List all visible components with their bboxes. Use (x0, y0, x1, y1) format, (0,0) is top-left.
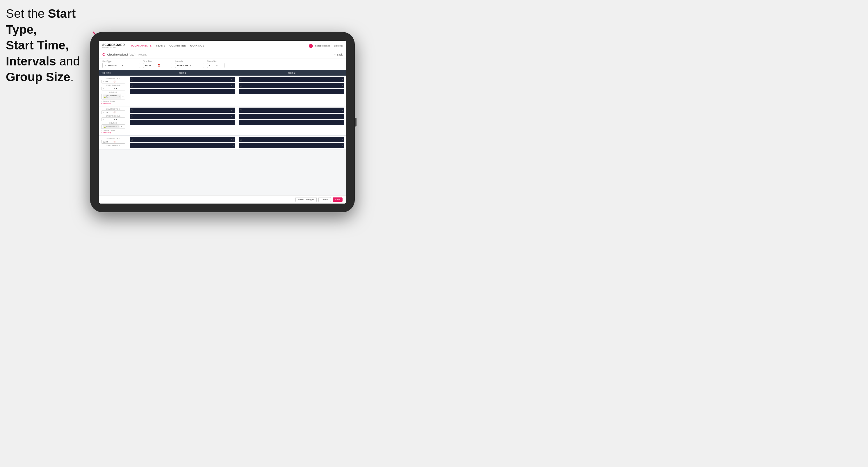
hole-chevron-2: ▲▼ (114, 118, 124, 120)
start-type-label: Start Type (102, 60, 140, 62)
course-remove-2[interactable]: × (118, 126, 119, 128)
nav-right: blair@clippd.io | Sign out (309, 44, 343, 48)
group-size-value: 3 (209, 64, 216, 67)
player-x-g2-1-1b[interactable]: ○ (233, 109, 234, 112)
starting-time-value-2: 10:10 (103, 112, 114, 114)
course-icon-1: ⛳ (103, 96, 105, 98)
player-row-g2-2-3 (239, 120, 344, 125)
nav-committee[interactable]: COMMITTEE (169, 43, 186, 48)
course-remove-1[interactable]: × (119, 96, 120, 98)
course-chevron-1: ▼ (122, 96, 124, 97)
player-x-2-1a[interactable]: × (342, 79, 343, 81)
logo: SCOREBOARD Powered by clipp (102, 43, 125, 48)
nav-tournaments[interactable]: TOURNAMENTS (130, 43, 152, 48)
start-time-input[interactable]: 10:00 ⏰ (143, 63, 172, 68)
remove-group-icon-1: ○ (101, 100, 102, 102)
settings-row: Start Type 1st Tee Start ▼ Start Time 10… (99, 58, 346, 70)
start-time-value: 10:00 (145, 64, 158, 67)
team2-col-2: × (237, 106, 346, 135)
tee-time-col-1: STARTING TIME: 10:00 ⏰ STARTING HOLE: 1 … (99, 75, 128, 106)
back-button[interactable]: < Back (334, 53, 343, 56)
player-row-g2-1-3 (130, 120, 235, 125)
player-actions-g2-1-2: × ○ (231, 116, 234, 118)
player-x-g3-1-2[interactable]: × (233, 145, 234, 147)
tee-time-col-2: STARTING TIME: 10:10 ⏰ STARTING HOLE: 1 … (99, 106, 128, 135)
course-icon-2: ⛳ (103, 126, 105, 128)
team1-col-3: × ○ × (128, 136, 237, 150)
nav-rankings[interactable]: RANKINGS (190, 43, 204, 48)
starting-time-label-2: STARTING TIME: (101, 108, 125, 110)
course-field-1[interactable]: ⛳ (A) Peachtree GC × ▼ (101, 94, 125, 99)
player-row-1-2: × ○ (130, 83, 235, 88)
team1-col-2: × ○ × ○ (128, 106, 237, 135)
course-name-2: East Lake GC (106, 126, 117, 128)
time-icon-1: ⏰ (114, 81, 124, 83)
player-actions-2-2: × (342, 85, 343, 87)
annotation-text: Set the Start Type, Start Time, Interval… (6, 6, 87, 85)
col-team2: Team 2 (237, 70, 346, 75)
start-type-group: Start Type 1st Tee Start ▼ (102, 60, 140, 68)
nav-teams[interactable]: TEAMS (156, 43, 165, 48)
starting-hole-field-2[interactable]: 1 ▲▼ (101, 118, 125, 121)
course-label-2: COURSE: (101, 122, 125, 124)
player-x-g2-1-1a[interactable]: × (231, 109, 232, 112)
start-type-input[interactable]: 1st Tee Start ▼ (102, 63, 140, 68)
player-x-2-2a[interactable]: × (342, 85, 343, 87)
group-row-3: STARTING TIME: 10:20 ⏰ STARTING HOLE: × … (99, 136, 346, 150)
nav-bar: SCOREBOARD Powered by clipp TOURNAMENTS … (99, 41, 346, 51)
tournament-name: Clippd Invitational (Ma..) (107, 53, 135, 56)
hole-chevron-1: ▲▼ (114, 88, 124, 90)
logo-sub: Powered by clipp (102, 46, 125, 48)
starting-hole-field-1[interactable]: 1 ▲▼ (101, 87, 125, 90)
clock-icon: ⏰ (158, 64, 170, 67)
player-x-g3-2-2[interactable]: × (342, 145, 343, 147)
remove-group-2[interactable]: ○ Remove Group (101, 130, 125, 131)
save-button[interactable]: Save (333, 197, 343, 202)
tablet-device: SCOREBOARD Powered by clipp TOURNAMENTS … (90, 32, 355, 212)
player-x-1-2b[interactable]: ○ (233, 85, 234, 87)
sub-header: C Clippd Invitational (Ma..) | Hosting <… (99, 51, 346, 58)
player-x-g3-1-1a[interactable]: × (231, 139, 232, 141)
player-x-g3-1-1b[interactable]: ○ (233, 139, 234, 141)
starting-hole-value-1: 1 (103, 88, 114, 90)
sign-out-link[interactable]: Sign out (334, 44, 343, 47)
separator: | (332, 44, 332, 47)
remove-group-icon-2: ○ (101, 130, 102, 131)
footer-bar: Reset Changes Cancel Save (99, 195, 346, 204)
add-group-1[interactable]: + Add Group (101, 102, 125, 104)
table-header: Tee Time Team 1 Team 2 (99, 70, 346, 75)
starting-time-label-1: STARTING TIME: (101, 77, 125, 79)
remove-group-1[interactable]: ○ Remove Group (101, 100, 125, 102)
player-x-g2-2-1a[interactable]: × (342, 109, 343, 112)
intervals-input[interactable]: 10 Minutes ▼ (175, 63, 204, 68)
group-size-input[interactable]: 3 ▼ (207, 63, 224, 68)
player-x-1-1b[interactable]: ○ (233, 79, 234, 81)
player-circle-g3-1-1 (131, 139, 133, 141)
player-x-1-2a[interactable]: × (231, 85, 232, 87)
course-label-1: COURSE: (101, 91, 125, 93)
player-row-g3-1-2: × (130, 143, 235, 148)
cancel-button[interactable]: Cancel (318, 197, 331, 202)
player-x-g2-1-2b[interactable]: ○ (233, 116, 234, 118)
player-row-1-3 (130, 89, 235, 94)
tablet-screen: SCOREBOARD Powered by clipp TOURNAMENTS … (99, 41, 346, 204)
starting-hole-label-3: STARTING HOLE: (101, 145, 125, 146)
player-circle-g3-2-1 (240, 139, 242, 141)
starting-time-field-2[interactable]: 10:10 ⏰ (101, 111, 125, 114)
nav-links: TOURNAMENTS TEAMS COMMITTEE RANKINGS (130, 43, 309, 48)
main-content: Tee Time Team 1 Team 2 STARTING TIME: 10… (99, 70, 346, 195)
starting-time-field-3[interactable]: 10:20 ⏰ (101, 140, 125, 144)
player-row-g2-1-1: × ○ (130, 107, 235, 113)
player-actions-g2-2-1: × (342, 109, 343, 112)
player-x-g2-1-2a[interactable]: × (231, 116, 232, 118)
starting-time-field-1[interactable]: 10:00 ⏰ (101, 80, 125, 84)
intervals-group: Intervals 10 Minutes ▼ (175, 60, 204, 68)
player-row-1-1: × ○ (130, 77, 235, 82)
course-field-2[interactable]: ⛳ East Lake GC × ▼ (101, 124, 125, 129)
reset-changes-button[interactable]: Reset Changes (296, 197, 317, 202)
player-x-g3-2-1a[interactable]: × (342, 139, 343, 141)
hosting-label: Hosting (138, 53, 148, 56)
player-x-1-1a[interactable]: × (231, 79, 232, 81)
player-row-g3-2-1: × (239, 137, 344, 142)
add-group-2[interactable]: + Add Group (101, 132, 125, 133)
